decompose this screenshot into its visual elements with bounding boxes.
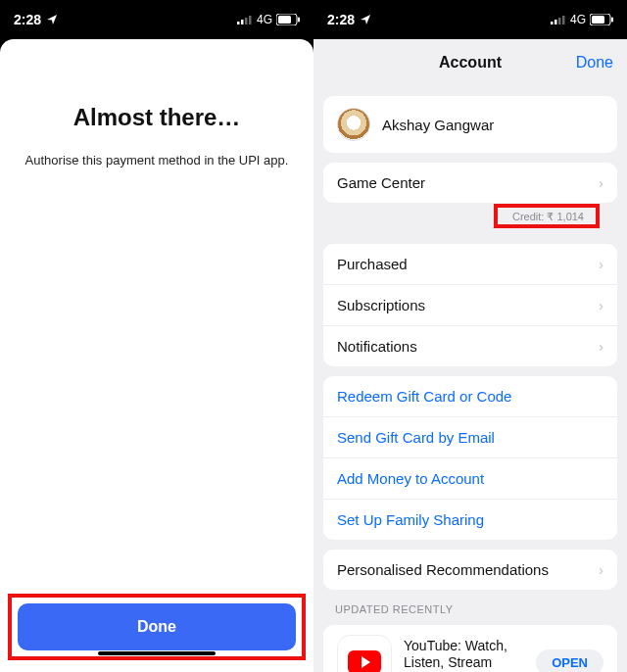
svg-rect-2: [245, 18, 248, 24]
youtube-app-icon: [337, 635, 392, 672]
user-row[interactable]: Akshay Gangwar: [323, 96, 617, 153]
updated-recently-section: YouTube: Watch, Listen, Stream Today OPE…: [323, 625, 617, 672]
personalised-section: Personalised Recommendations ›: [323, 550, 617, 590]
network-label: 4G: [570, 13, 586, 26]
chevron-right-icon: ›: [599, 297, 603, 313]
svg-rect-5: [278, 16, 291, 24]
signal-icon: [551, 15, 566, 24]
page-subtitle: Authorise this payment method in the UPI…: [6, 153, 309, 168]
account-screen: Account Done Akshay Gangwar Game Center …: [314, 39, 627, 672]
home-indicator[interactable]: [98, 651, 216, 655]
svg-rect-1: [241, 20, 244, 24]
status-bar: 2:28 4G: [314, 0, 627, 39]
highlight-box: [494, 204, 600, 228]
svg-rect-0: [237, 22, 240, 24]
add-money-row[interactable]: Add Money to Account: [323, 458, 617, 500]
chevron-right-icon: ›: [599, 338, 603, 355]
status-time: 2:28: [14, 12, 41, 27]
app-title: YouTube: Watch, Listen, Stream: [404, 638, 524, 671]
page-title: Almost there…: [73, 104, 241, 131]
signal-icon: [237, 15, 253, 24]
send-gift-row[interactable]: Send Gift Card by Email: [323, 417, 617, 458]
user-name: Akshay Gangwar: [382, 117, 494, 133]
status-time: 2:28: [327, 12, 355, 27]
header: Account Done: [314, 39, 627, 86]
youtube-icon: [348, 650, 381, 672]
account-actions-section: Redeem Gift Card or Code Send Gift Card …: [323, 376, 617, 540]
status-bar: 2:28 4G: [0, 0, 314, 39]
redeem-row[interactable]: Redeem Gift Card or Code: [323, 376, 617, 417]
updated-recently-label: UPDATED RECENTLY: [335, 603, 627, 615]
purchased-row[interactable]: Purchased ›: [323, 244, 617, 285]
location-icon: [46, 14, 58, 25]
game-center-section: Game Center ›: [323, 163, 617, 203]
notifications-row[interactable]: Notifications ›: [323, 326, 617, 366]
location-icon: [360, 14, 371, 25]
battery-icon: [276, 14, 300, 25]
avatar: [337, 108, 370, 141]
game-center-row[interactable]: Game Center ›: [323, 163, 617, 203]
chevron-right-icon: ›: [599, 256, 603, 272]
credit-wrap: Credit: ₹ 1,014: [323, 207, 617, 234]
open-button[interactable]: OPEN: [536, 649, 603, 673]
network-label: 4G: [257, 13, 272, 26]
personalised-row[interactable]: Personalised Recommendations ›: [323, 550, 617, 590]
row-label: Personalised Recommendations: [337, 561, 549, 578]
done-button[interactable]: Done: [18, 603, 296, 650]
payment-confirmation-screen: Almost there… Authorise this payment met…: [0, 39, 314, 672]
chevron-right-icon: ›: [599, 174, 603, 191]
svg-rect-13: [611, 18, 613, 23]
svg-rect-9: [558, 18, 561, 24]
user-section: Akshay Gangwar: [323, 96, 617, 153]
svg-rect-12: [592, 16, 604, 24]
header-title: Account: [439, 54, 502, 72]
svg-rect-7: [551, 22, 554, 24]
app-row[interactable]: YouTube: Watch, Listen, Stream Today OPE…: [323, 625, 617, 672]
svg-rect-3: [249, 16, 252, 24]
svg-rect-6: [298, 18, 300, 23]
account-items-section: Purchased › Subscriptions › Notification…: [323, 244, 617, 366]
battery-icon: [590, 14, 613, 25]
highlight-box: Done: [8, 594, 306, 660]
subscriptions-row[interactable]: Subscriptions ›: [323, 285, 617, 326]
header-done-button[interactable]: Done: [576, 39, 613, 86]
svg-rect-10: [562, 16, 565, 24]
row-label: Purchased: [337, 256, 408, 272]
family-sharing-row[interactable]: Set Up Family Sharing: [323, 500, 617, 540]
row-label: Game Center: [337, 174, 425, 191]
chevron-right-icon: ›: [599, 561, 603, 578]
row-label: Subscriptions: [337, 297, 425, 313]
svg-rect-8: [555, 20, 557, 24]
row-label: Notifications: [337, 338, 417, 355]
